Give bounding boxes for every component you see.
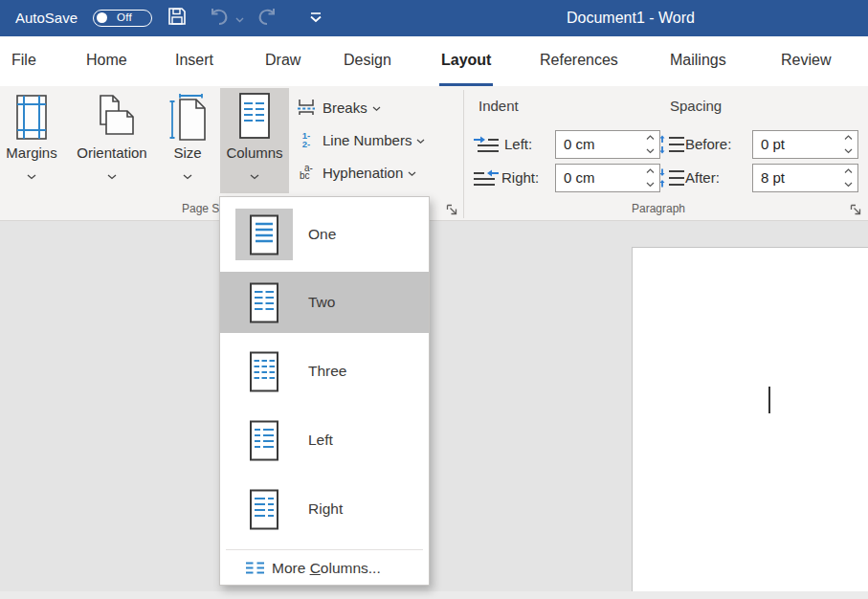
menu-item-two[interactable]: Two (220, 272, 429, 333)
page-setup-dialog-launcher[interactable] (446, 203, 459, 216)
chevron-down-bar-icon (309, 10, 323, 27)
tab-mailings[interactable]: Mailings (668, 36, 728, 86)
columns-icon (220, 88, 289, 142)
spacing-after-spinner (840, 165, 856, 191)
indent-left-icon (473, 135, 500, 154)
redo-button[interactable] (255, 8, 279, 29)
spinner-up-icon[interactable] (840, 131, 856, 144)
menu-item-three[interactable]: Three (220, 341, 429, 402)
columns-button[interactable]: Columns (220, 88, 289, 193)
spacing-after-field[interactable]: 8 pt (752, 164, 858, 192)
spinner-up-icon[interactable] (840, 165, 856, 178)
spacing-before-icon (658, 134, 685, 153)
title-bar: AutoSave Off (0, 0, 868, 36)
undo-button[interactable] (207, 8, 232, 29)
autosave-label: AutoSave (15, 0, 78, 36)
chevron-down-icon (408, 164, 416, 181)
spacing-before-value: 0 pt (761, 131, 785, 158)
chevron-down-icon (416, 131, 425, 148)
indent-right-field[interactable]: 0 cm (555, 164, 660, 192)
tab-review[interactable]: Review (779, 36, 833, 86)
document-page[interactable] (632, 247, 868, 591)
two-columns-icon (235, 277, 293, 328)
spinner-down-icon[interactable] (840, 178, 856, 191)
menu-item-one[interactable]: One (220, 204, 429, 265)
tab-references[interactable]: References (538, 36, 620, 86)
ribbon-tab-row: File Home Insert Draw Design Layout Refe… (0, 36, 868, 86)
indent-right-icon (473, 168, 500, 188)
indent-title: Indent (479, 98, 519, 114)
margins-button[interactable]: Margins (2, 88, 61, 193)
save-button[interactable] (165, 8, 189, 29)
spacing-before-label: Before: (685, 130, 731, 159)
toggle-knob-icon (97, 12, 107, 23)
more-columns-label: More Columns... (272, 553, 381, 584)
spinner-up-icon[interactable] (642, 131, 657, 144)
document-canvas[interactable] (0, 221, 868, 599)
menu-item-label: Right (308, 478, 343, 540)
paragraph-group-label: Paragraph (465, 202, 852, 215)
undo-icon (208, 6, 231, 31)
tab-file[interactable]: File (10, 36, 38, 86)
spacing-after-icon (658, 167, 685, 187)
tab-home[interactable]: Home (84, 36, 129, 86)
indent-left-spinner (642, 131, 657, 158)
menu-item-left[interactable]: Left (220, 410, 429, 471)
chevron-down-icon (220, 166, 289, 184)
chevron-down-icon (372, 99, 381, 116)
indent-left-value: 0 cm (564, 131, 595, 158)
group-separator (463, 90, 464, 218)
columns-dropdown-menu: One Two Three Left Right (219, 196, 430, 586)
breaks-icon (296, 97, 317, 118)
spinner-down-icon[interactable] (642, 178, 657, 191)
size-button[interactable]: Size (163, 88, 212, 193)
indent-right-label: Right: (501, 164, 539, 192)
autosave-toggle[interactable]: Off (93, 10, 152, 27)
document-bottom-strip (0, 591, 868, 599)
tab-design[interactable]: Design (342, 36, 393, 86)
menu-item-label: One (308, 204, 336, 265)
columns-label: Columns (220, 144, 289, 163)
chevron-down-icon (163, 166, 212, 184)
right-column-icon (235, 483, 293, 535)
orientation-label: Orientation (65, 144, 159, 163)
line-numbers-button[interactable]: 1-2- Line Numbers (296, 127, 425, 152)
spacing-after-value: 8 pt (761, 165, 785, 191)
spinner-down-icon[interactable] (642, 144, 657, 158)
menu-item-more-columns[interactable]: More Columns... (220, 553, 429, 584)
menu-separator (226, 549, 423, 550)
window-title: Document1 - Word (567, 0, 695, 36)
undo-dropdown-button[interactable] (233, 8, 246, 29)
indent-right-spinner (642, 165, 657, 191)
chevron-down-icon (2, 166, 61, 184)
spacing-before-spinner (840, 131, 856, 158)
tab-insert[interactable]: Insert (173, 36, 215, 86)
menu-item-label: Left (308, 410, 333, 471)
menu-item-right[interactable]: Right (220, 478, 429, 540)
breaks-button[interactable]: Breaks (296, 95, 381, 120)
tab-layout[interactable]: Layout (439, 36, 493, 86)
more-columns-icon (245, 561, 265, 579)
menu-item-label: Two (308, 272, 335, 333)
hyphenation-label: Hyphenation (323, 165, 403, 181)
save-icon (167, 6, 188, 31)
three-columns-icon (235, 345, 293, 397)
size-label: Size (163, 144, 212, 163)
spinner-up-icon[interactable] (642, 165, 657, 178)
margins-icon (2, 88, 61, 142)
text-cursor (768, 387, 770, 413)
hyphenation-button[interactable]: a-bc Hyphenation (296, 160, 416, 185)
paragraph-dialog-launcher[interactable] (850, 203, 863, 216)
tab-draw[interactable]: Draw (263, 36, 302, 86)
left-column-icon (235, 414, 293, 466)
autosave-state: Off (117, 11, 132, 25)
spinner-down-icon[interactable] (840, 144, 856, 158)
chevron-down-icon (235, 10, 244, 27)
chevron-down-icon (65, 166, 159, 184)
orientation-button[interactable]: Orientation (65, 88, 159, 193)
customize-quick-access-button[interactable] (303, 8, 328, 29)
word-window: AutoSave Off (0, 0, 868, 599)
indent-left-field[interactable]: 0 cm (555, 130, 660, 159)
spacing-before-field[interactable]: 0 pt (752, 130, 858, 159)
margins-label: Margins (2, 144, 61, 163)
